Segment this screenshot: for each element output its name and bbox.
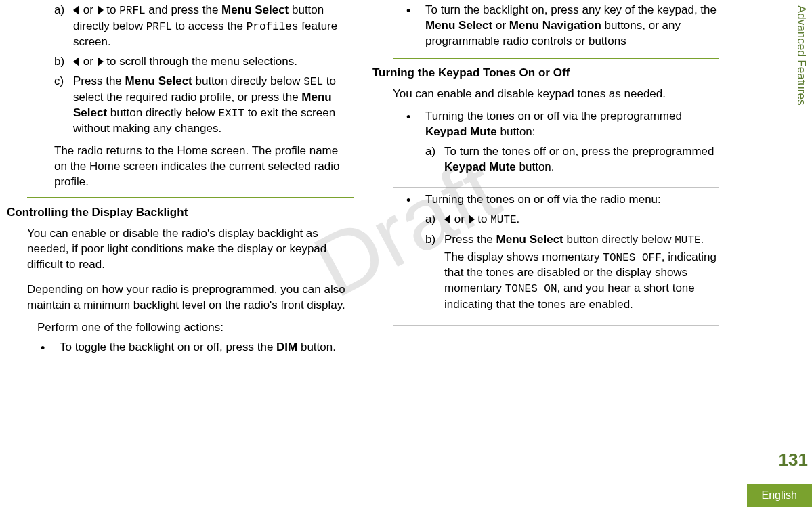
list-item: Turning the tones on or off via the prep… [406, 109, 719, 183]
backlight-actions: To toggle the backlight on or off, press… [41, 340, 354, 359]
bold: Keypad Mute [425, 125, 497, 138]
section-tab: Advanced Features [793, 5, 809, 105]
text: to [104, 3, 120, 16]
list-item: To turn the backlight on, press any key … [406, 3, 719, 53]
bold: DIM [276, 340, 297, 353]
text: to [475, 213, 491, 225]
step-c: Press the Menu Select button directly be… [54, 74, 354, 141]
text: Press the [73, 74, 125, 87]
left-arrow-icon [73, 57, 79, 66]
right-arrow-icon [469, 215, 475, 224]
text: or [451, 213, 468, 225]
text: Turning the tones on or off via the radi… [425, 193, 661, 206]
left-arrow-icon [444, 215, 450, 224]
text: button directly below [192, 74, 303, 87]
code: TONES OFF [603, 252, 661, 264]
perform-intro: Perform one of the following actions: [37, 320, 354, 336]
list-item: To toggle the backlight on or off, press… [41, 340, 354, 359]
code: EXIT [219, 108, 244, 120]
profile-steps: or to PRFL and press the Menu Select but… [54, 3, 354, 141]
code: Profiles [247, 21, 299, 33]
bold: Menu Navigation [509, 19, 601, 32]
right-arrow-icon [98, 57, 104, 66]
code: MUTE [490, 214, 516, 226]
content-columns: or to PRFL and press the Menu Select but… [0, 0, 798, 507]
bold: Menu Select [496, 233, 563, 246]
paragraph: You can enable or disable the radio's di… [27, 226, 354, 273]
text: button. [516, 160, 555, 173]
text: or [80, 3, 97, 16]
paragraph: You can enable and disable keypad tones … [393, 87, 719, 102]
left-column: or to PRFL and press the Menu Select but… [0, 3, 366, 507]
divider [393, 58, 719, 59]
code: MUTE [675, 234, 700, 246]
backlight-actions-continued: To turn the backlight on, press any key … [406, 3, 719, 53]
code: SEL [303, 76, 323, 88]
left-arrow-icon [73, 5, 79, 15]
step-b: or to scroll through the menu selections… [54, 54, 354, 74]
code: PRFL [119, 5, 145, 17]
result-text: The radio returns to the Home screen. Th… [54, 144, 354, 190]
bold: Menu Select [125, 74, 192, 87]
page: Draft or to PRFL and press the Menu Sele… [0, 0, 812, 507]
bold: Menu Select [221, 3, 289, 16]
text: Turning the tones on or off via the prep… [425, 110, 682, 123]
tones-method-1: Turning the tones on or off via the prep… [406, 109, 719, 183]
substep-a: To turn the tones off or on, press the p… [425, 144, 719, 179]
text: and press the [146, 3, 221, 16]
bold: Menu Select [425, 19, 492, 32]
language-tab: English [747, 484, 812, 507]
text: To toggle the backlight on or off, press… [60, 340, 276, 353]
text: To turn the tones off or on, press the p… [444, 145, 714, 158]
text: to scroll through the menu selections. [104, 55, 297, 68]
list-item: Turning the tones on or off via the radi… [406, 192, 719, 320]
text: Press the [444, 233, 496, 246]
substep-b: Press the Menu Select button directly be… [425, 232, 719, 317]
divider [27, 197, 354, 198]
code: PRFL [146, 21, 172, 33]
step-a: or to PRFL and press the Menu Select but… [54, 3, 354, 54]
heading-backlight: Controlling the Display Backlight [7, 205, 354, 221]
heading-tones: Turning the Keypad Tones On or Off [372, 66, 719, 81]
text: . [517, 213, 520, 225]
text: button directly below [563, 233, 675, 246]
divider [393, 187, 719, 188]
text: button: [497, 125, 536, 138]
text: button directly below [107, 106, 218, 119]
page-number: 131 [779, 448, 808, 472]
paragraph: Depending on how your radio is preprogra… [27, 282, 354, 313]
right-arrow-icon [98, 5, 104, 15]
text: button. [297, 340, 336, 353]
text: or [80, 55, 97, 68]
text: or [492, 19, 509, 32]
right-column: To turn the backlight on, press any key … [366, 3, 731, 507]
text: To turn the backlight on, press any key … [425, 3, 717, 16]
tones-method-2: Turning the tones on or off via the radi… [406, 192, 719, 320]
text: to access the [172, 20, 247, 32]
text: . [701, 233, 704, 246]
substep-a: or to MUTE. [425, 212, 719, 232]
divider [393, 325, 719, 326]
bold: Keypad Mute [444, 160, 516, 173]
text: The display shows momentary [444, 250, 603, 263]
code: TONES ON [505, 283, 557, 295]
